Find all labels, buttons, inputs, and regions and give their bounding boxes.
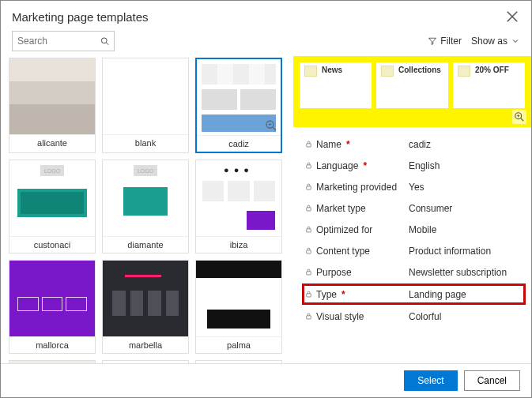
details-pane: News Collections 20% OFF Name*cadizLangu… xyxy=(293,56,531,363)
template-card-palma[interactable]: palma xyxy=(195,260,282,354)
field-row: Name*cadiz xyxy=(304,133,523,155)
svg-rect-3 xyxy=(307,144,311,147)
lock-icon xyxy=(304,225,313,234)
details-scroll[interactable]: News Collections 20% OFF Name*cadizLangu… xyxy=(293,56,531,363)
template-gallery[interactable]: alicante blank cadiz LOGO custonaci xyxy=(1,56,293,363)
search-input[interactable] xyxy=(17,36,100,47)
required-mark: * xyxy=(346,139,350,150)
select-button[interactable]: Select xyxy=(404,370,457,391)
close-button[interactable] xyxy=(504,9,520,24)
showas-label: Show as xyxy=(471,36,507,47)
field-label: Optimized for xyxy=(304,224,409,235)
close-icon xyxy=(504,9,520,24)
lock-icon xyxy=(304,268,313,276)
magnify-icon[interactable] xyxy=(265,119,277,132)
field-value: cadiz xyxy=(409,139,523,150)
field-value: Mobile xyxy=(409,224,523,235)
template-caption: blank xyxy=(103,134,188,151)
svg-rect-4 xyxy=(307,165,311,168)
template-thumb: ●●● xyxy=(196,160,281,236)
template-caption: diamante xyxy=(103,236,188,253)
template-card-next[interactable] xyxy=(195,360,282,363)
field-row: Visual styleColorful xyxy=(304,306,523,327)
template-card-custonaci[interactable]: LOGO custonaci xyxy=(9,160,96,253)
field-value: Newsletter subscription xyxy=(409,267,523,278)
toolbar: Filter Show as xyxy=(1,29,531,56)
template-caption: alicante xyxy=(9,134,95,151)
svg-rect-8 xyxy=(307,250,311,253)
showas-button[interactable]: Show as xyxy=(471,36,520,47)
field-value: Consumer xyxy=(409,203,523,214)
lock-icon xyxy=(304,290,313,298)
template-thumb xyxy=(197,59,281,135)
field-row: Optimized forMobile xyxy=(304,219,523,240)
template-card-marbella[interactable]: marbella xyxy=(102,260,189,354)
template-caption: marbella xyxy=(103,336,188,353)
lock-icon xyxy=(304,246,313,255)
template-card-blank[interactable]: blank xyxy=(102,58,189,153)
details-fields: Name*cadizLanguage*EnglishMarketing prov… xyxy=(293,127,531,335)
field-row: Language*English xyxy=(304,155,523,176)
template-caption: cadiz xyxy=(197,135,281,152)
lock-icon xyxy=(304,204,313,212)
field-label: Language* xyxy=(304,160,409,171)
template-thumb xyxy=(103,261,188,336)
template-thumb xyxy=(9,261,95,336)
svg-rect-6 xyxy=(307,208,311,211)
template-thumb xyxy=(9,361,95,363)
lock-icon xyxy=(304,140,313,148)
template-card-ibiza[interactable]: ●●● ibiza xyxy=(195,160,282,253)
lock-icon xyxy=(304,312,313,321)
dialog-title: Marketing page templates xyxy=(12,10,149,24)
magnify-icon[interactable] xyxy=(512,110,526,124)
filter-icon xyxy=(428,36,437,46)
preview-col-title: Collections xyxy=(398,66,441,74)
field-row: Marketing providedYes xyxy=(304,176,523,197)
field-label: Marketing provided xyxy=(304,182,409,193)
svg-rect-10 xyxy=(307,294,311,297)
field-label: Visual style xyxy=(304,311,409,322)
search-box[interactable] xyxy=(12,31,115,51)
template-thumb: LOGO xyxy=(103,160,188,236)
filter-button[interactable]: Filter xyxy=(428,36,462,47)
field-value: English xyxy=(409,160,523,171)
template-card-next[interactable] xyxy=(9,360,96,363)
search-icon xyxy=(100,36,109,46)
field-row: PurposeNewsletter subscription xyxy=(304,261,523,283)
template-preview: News Collections 20% OFF xyxy=(293,56,531,127)
svg-rect-7 xyxy=(307,229,311,232)
template-card-alicante[interactable]: alicante xyxy=(9,58,96,153)
svg-rect-5 xyxy=(307,186,311,190)
field-row: Market typeConsumer xyxy=(304,197,523,219)
template-thumb xyxy=(196,261,281,336)
template-grid: alicante blank cadiz LOGO custonaci xyxy=(9,58,289,363)
template-caption: palma xyxy=(196,336,281,353)
template-caption: mallorca xyxy=(9,336,95,353)
field-row: Type*Landing page xyxy=(302,283,526,305)
template-card-next[interactable] xyxy=(102,360,189,363)
chevron-down-icon xyxy=(511,36,520,46)
template-thumb xyxy=(103,58,188,134)
dialog-body: alicante blank cadiz LOGO custonaci xyxy=(1,56,531,364)
template-card-mallorca[interactable]: mallorca xyxy=(9,260,96,354)
template-card-diamante[interactable]: LOGO diamante xyxy=(102,160,189,253)
field-row: Content typeProduct information xyxy=(304,240,523,261)
lock-icon xyxy=(304,182,313,191)
field-value: Colorful xyxy=(409,311,523,322)
field-label: Content type xyxy=(304,246,409,257)
field-label: Type* xyxy=(304,289,409,300)
template-thumb xyxy=(103,361,188,363)
field-value: Yes xyxy=(409,182,523,193)
preview-col-title: News xyxy=(322,66,342,74)
required-mark: * xyxy=(341,289,345,300)
svg-point-0 xyxy=(101,38,107,43)
field-label: Name* xyxy=(304,139,409,150)
dialog-footer: Select Cancel xyxy=(1,364,531,397)
field-value: Product information xyxy=(409,246,523,257)
template-picker-dialog: Marketing page templates Filter Show as … xyxy=(0,0,532,398)
cancel-button[interactable]: Cancel xyxy=(464,370,520,391)
template-card-cadiz[interactable]: cadiz xyxy=(195,58,282,153)
svg-rect-9 xyxy=(307,272,311,275)
template-caption: custonaci xyxy=(9,236,95,253)
template-thumb xyxy=(9,58,95,134)
